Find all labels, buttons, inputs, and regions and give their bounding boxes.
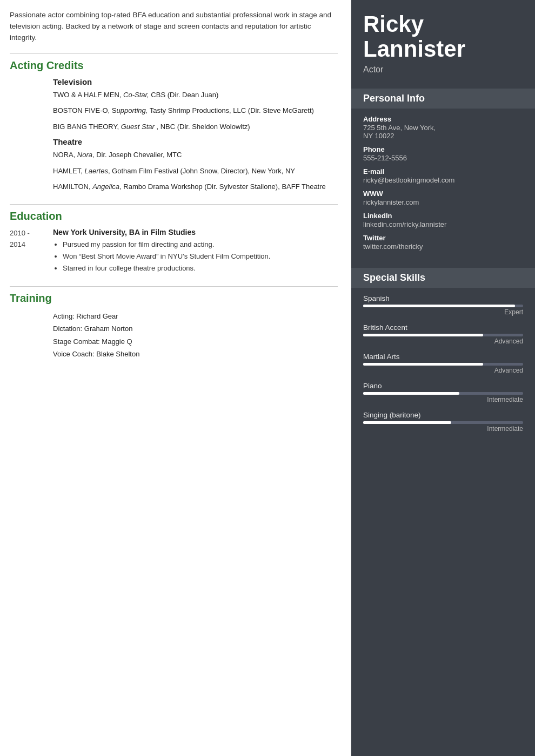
skill-name: Piano: [363, 382, 523, 390]
skill-bar-fill: [363, 305, 515, 307]
skill-name: Spanish: [363, 294, 523, 302]
credit-year: [10, 150, 53, 160]
info-label: Twitter: [363, 234, 523, 242]
table-row: HAMLET, Laertes, Gotham Film Festival (J…: [10, 166, 338, 177]
skill-bar-fill: [363, 421, 451, 424]
edu-content: New York University, BA in Film Studies …: [53, 228, 338, 274]
person-title: Actor: [363, 65, 523, 75]
personal-info-section: Personal Info Address 725 5th Ave, New Y…: [351, 83, 535, 262]
skill-bar-fill: [363, 392, 459, 395]
special-skills-section: Special Skills Spanish Expert British Ac…: [351, 262, 535, 447]
credit-year: [10, 122, 53, 132]
skill-piano: Piano Intermediate: [363, 382, 523, 403]
education-row: 2010 -2014 New York University, BA in Fi…: [10, 228, 338, 274]
skill-bar-fill: [363, 334, 483, 336]
summary: Passionate actor combining top-rated BFA…: [10, 10, 338, 44]
table-row: HAMILTON, Angelica, Rambo Drama Workshop…: [10, 181, 338, 192]
education-title: Education: [10, 204, 338, 222]
list-item: Acting: Richard Gear: [53, 310, 338, 322]
skill-level: Intermediate: [363, 396, 523, 403]
skill-bar-fill: [363, 363, 483, 366]
right-column: RickyLannister Actor Personal Info Addre…: [351, 0, 535, 756]
table-row: NORA, Nora, Dir. Joseph Chevalier, MTC: [10, 150, 338, 160]
left-column: Passionate actor combining top-rated BFA…: [0, 0, 351, 756]
credit-content: HAMLET, Laertes, Gotham Film Festival (J…: [53, 166, 338, 177]
acting-credits-title: Acting Credits: [10, 53, 338, 72]
info-value: 725 5th Ave, New York,NY 10022: [363, 124, 523, 140]
credit-content: NORA, Nora, Dir. Joseph Chevalier, MTC: [53, 150, 338, 160]
credit-year: [10, 181, 53, 192]
right-header: RickyLannister Actor: [351, 0, 535, 83]
skill-name: Singing (baritone): [363, 411, 523, 419]
skill-name: British Accent: [363, 323, 523, 332]
table-row: TWO & A HALF MEN, Co-Star, CBS (Dir. Dea…: [10, 90, 338, 100]
info-value: twitter.com/thericky: [363, 242, 523, 251]
list-item: Won “Best Short Movie Award” in NYU’s St…: [63, 251, 338, 262]
credit-year: [10, 166, 53, 177]
training-row: Acting: Richard Gear Dictation: Graham N…: [10, 310, 338, 361]
skill-british-accent: British Accent Advanced: [363, 323, 523, 345]
info-email: E-mail ricky@bestlookingmodel.com: [363, 167, 523, 184]
theatre-subtitle: Theatre: [10, 137, 338, 146]
theatre-subsection: Theatre NORA, Nora, Dir. Joseph Chevalie…: [10, 137, 338, 192]
credit-content: BIG BANG THEORY, Guest Star , NBC (Dir. …: [53, 122, 338, 132]
table-row: BIG BANG THEORY, Guest Star , NBC (Dir. …: [10, 122, 338, 132]
info-label: Address: [363, 115, 523, 123]
edu-bullets: Pursued my passion for film directing an…: [53, 239, 338, 274]
skill-level: Advanced: [363, 367, 523, 374]
info-linkedin: LinkedIn linkedin.com/ricky.lannister: [363, 212, 523, 228]
acting-credits-section: Acting Credits Television TWO & A HALF M…: [10, 53, 338, 192]
list-item: Pursued my passion for film directing an…: [63, 239, 338, 251]
credit-year: [10, 90, 53, 100]
info-label: WWW: [363, 190, 523, 198]
skill-singing: Singing (baritone) Intermediate: [363, 411, 523, 433]
training-content: Acting: Richard Gear Dictation: Graham N…: [53, 310, 338, 361]
info-value: rickylannister.com: [363, 198, 523, 206]
skill-level: Expert: [363, 308, 523, 316]
person-name: RickyLannister: [363, 12, 523, 62]
credit-year: [10, 105, 53, 116]
personal-info-title: Personal Info: [351, 89, 535, 109]
list-item: Voice Coach: Blake Shelton: [53, 348, 338, 360]
skill-bar-bg: [363, 305, 523, 307]
skill-bar-bg: [363, 421, 523, 424]
training-section: Training Acting: Richard Gear Dictation:…: [10, 286, 338, 361]
skill-bar-bg: [363, 392, 523, 395]
info-address: Address 725 5th Ave, New York,NY 10022: [363, 115, 523, 140]
skill-level: Advanced: [363, 338, 523, 345]
skill-bar-bg: [363, 363, 523, 366]
edu-years: 2010 -2014: [10, 228, 53, 274]
info-value: 555-212-5556: [363, 154, 523, 162]
skill-level: Intermediate: [363, 425, 523, 433]
education-section: Education 2010 -2014 New York University…: [10, 204, 338, 274]
credit-content: HAMILTON, Angelica, Rambo Drama Workshop…: [53, 181, 338, 192]
television-subtitle: Television: [10, 77, 338, 86]
info-www: WWW rickylannister.com: [363, 190, 523, 206]
credit-content: TWO & A HALF MEN, Co-Star, CBS (Dir. Dea…: [53, 90, 338, 100]
table-row: BOSTON FIVE-O, Supporting, Tasty Shrimp …: [10, 105, 338, 116]
info-value: linkedin.com/ricky.lannister: [363, 220, 523, 228]
info-twitter: Twitter twitter.com/thericky: [363, 234, 523, 251]
skill-spanish: Spanish Expert: [363, 294, 523, 316]
edu-institution: New York University, BA in Film Studies: [53, 228, 338, 237]
skill-bar-bg: [363, 334, 523, 336]
special-skills-title: Special Skills: [351, 268, 535, 288]
info-label: LinkedIn: [363, 212, 523, 220]
list-item: Stage Combat: Maggie Q: [53, 335, 338, 348]
television-subsection: Television TWO & A HALF MEN, Co-Star, CB…: [10, 77, 338, 132]
info-label: E-mail: [363, 167, 523, 176]
training-title: Training: [10, 286, 338, 305]
list-item: Dictation: Graham Norton: [53, 322, 338, 335]
info-label: Phone: [363, 145, 523, 153]
skill-martial-arts: Martial Arts Advanced: [363, 353, 523, 374]
info-phone: Phone 555-212-5556: [363, 145, 523, 162]
training-year: [10, 310, 53, 361]
credit-content: BOSTON FIVE-O, Supporting, Tasty Shrimp …: [53, 105, 338, 116]
list-item: Starred in four college theatre producti…: [63, 262, 338, 274]
info-value: ricky@bestlookingmodel.com: [363, 176, 523, 184]
skill-name: Martial Arts: [363, 353, 523, 361]
